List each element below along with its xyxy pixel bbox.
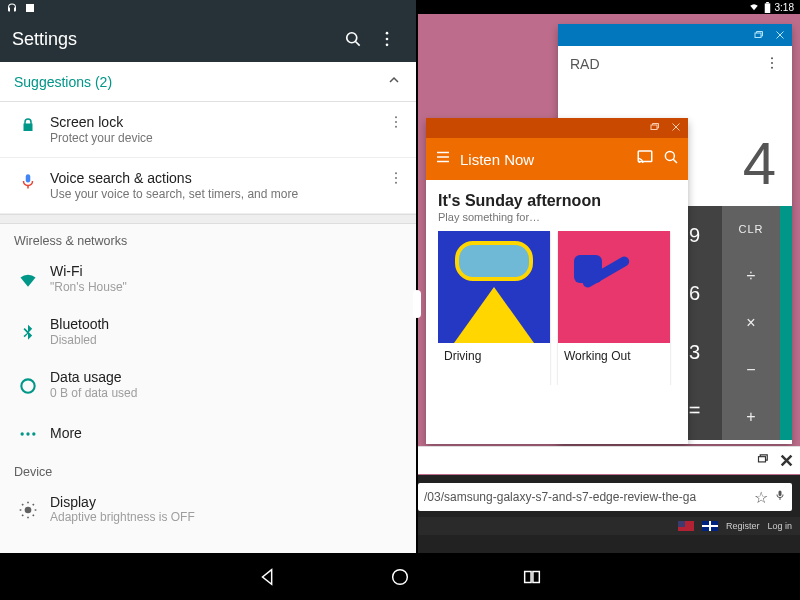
- star-icon[interactable]: ☆: [754, 488, 768, 507]
- svg-point-22: [771, 62, 773, 64]
- music-card-workout[interactable]: Working Out: [558, 231, 670, 385]
- setting-display[interactable]: Display Adaptive brightness is OFF: [0, 483, 416, 534]
- register-link[interactable]: Register: [726, 521, 760, 531]
- flag-uk-icon[interactable]: [702, 521, 718, 531]
- settings-title: Settings: [12, 29, 336, 50]
- svg-point-3: [386, 38, 389, 41]
- wifi-icon: [14, 270, 42, 290]
- wifi-status-icon: [748, 2, 760, 12]
- svg-point-13: [26, 432, 29, 435]
- setting-more[interactable]: More: [0, 411, 416, 455]
- svg-rect-33: [759, 456, 766, 461]
- calc-overflow[interactable]: [764, 55, 780, 74]
- close-icon[interactable]: [774, 29, 786, 41]
- more-vert-icon: [377, 29, 397, 49]
- suggestions-header[interactable]: Suggestions (2): [0, 62, 416, 102]
- right-pane: 3:18 RAD 4 7 8 9 4 5 6: [418, 0, 800, 553]
- svg-point-6: [395, 121, 397, 123]
- left-status-bar: [0, 0, 416, 16]
- more-horiz-icon: [14, 424, 42, 444]
- setting-sub: "Ron's House": [50, 280, 402, 294]
- nav-back[interactable]: [257, 566, 279, 588]
- svg-point-23: [771, 66, 773, 68]
- setting-wifi[interactable]: Wi-Fi "Ron's House": [0, 252, 416, 305]
- bluetooth-icon: [14, 323, 42, 343]
- restore-icon[interactable]: [755, 452, 769, 470]
- search-button[interactable]: [336, 22, 370, 56]
- svg-point-11: [21, 379, 34, 392]
- restore-icon[interactable]: [648, 119, 660, 137]
- suggestion-voice[interactable]: Voice search & actions Use your voice to…: [0, 158, 416, 214]
- flag-us-icon[interactable]: [678, 521, 694, 531]
- freeform-row: ✕: [418, 446, 800, 474]
- hamburger-icon[interactable]: [434, 148, 452, 170]
- music-appbar: Listen Now: [426, 138, 688, 180]
- calc-key-mul[interactable]: ×: [722, 300, 780, 347]
- settings-pane: Settings Suggestions (2) Screen lock Pro…: [0, 0, 416, 553]
- battery-icon: [764, 2, 771, 13]
- svg-point-2: [386, 32, 389, 35]
- login-link[interactable]: Log in: [767, 521, 792, 531]
- calc-key-sub[interactable]: −: [722, 346, 780, 393]
- status-time: 3:18: [775, 2, 794, 13]
- svg-point-12: [21, 432, 24, 435]
- calc-advanced-drawer[interactable]: [780, 206, 792, 440]
- site-bar: Register Log in: [418, 517, 800, 535]
- svg-rect-17: [766, 2, 769, 3]
- svg-rect-18: [755, 33, 761, 38]
- svg-point-21: [771, 57, 773, 59]
- music-sub: Play something for…: [438, 211, 676, 223]
- calc-mode[interactable]: RAD: [570, 56, 600, 72]
- calc-titlebar[interactable]: [558, 24, 792, 46]
- divider-handle[interactable]: [413, 290, 421, 318]
- calc-key-add[interactable]: +: [722, 393, 780, 440]
- music-headline: It's Sunday afternoon: [438, 192, 676, 210]
- cast-icon[interactable]: [636, 148, 654, 170]
- suggestion-overflow[interactable]: [380, 170, 412, 190]
- svg-rect-16: [764, 3, 770, 13]
- music-titlebar[interactable]: [426, 118, 688, 138]
- svg-point-5: [395, 116, 397, 118]
- svg-line-32: [673, 159, 677, 163]
- suggestion-sub: Use your voice to search, set timers, an…: [50, 187, 380, 201]
- split-divider[interactable]: [416, 0, 418, 553]
- url-bar[interactable]: /03/samsung-galaxy-s7-and-s7-edge-review…: [418, 483, 792, 511]
- calc-oppad: CLR ÷ × − +: [722, 206, 780, 440]
- svg-line-1: [356, 42, 360, 46]
- search-icon[interactable]: [662, 148, 680, 170]
- suggestion-title: Voice search & actions: [50, 170, 380, 186]
- svg-point-9: [395, 177, 397, 179]
- restore-icon[interactable]: [752, 29, 764, 41]
- headphones-icon: [6, 2, 18, 14]
- card-label: Working Out: [558, 343, 670, 375]
- suggestion-screen-lock[interactable]: Screen lock Protect your device: [0, 102, 416, 158]
- image-icon: [24, 2, 36, 14]
- wireless-subheader: Wireless & networks: [0, 224, 416, 252]
- setting-bluetooth[interactable]: Bluetooth Disabled: [0, 305, 416, 358]
- setting-sub: 0 B of data used: [50, 386, 402, 400]
- right-status-bar: 3:18: [418, 0, 800, 14]
- mic-icon[interactable]: [774, 488, 786, 506]
- close-icon[interactable]: [670, 119, 682, 137]
- setting-sub: Disabled: [50, 333, 402, 347]
- close-icon[interactable]: ✕: [779, 450, 794, 472]
- suggestion-overflow[interactable]: [380, 114, 412, 134]
- setting-title: Bluetooth: [50, 316, 402, 332]
- svg-point-4: [386, 44, 389, 47]
- calc-mode-row: RAD: [558, 46, 792, 82]
- device-subheader: Device: [0, 455, 416, 483]
- overflow-button[interactable]: [370, 22, 404, 56]
- nav-recents[interactable]: [521, 566, 543, 588]
- setting-title: Data usage: [50, 369, 402, 385]
- suggestions-label: Suggestions (2): [14, 74, 112, 90]
- nav-home[interactable]: [389, 566, 411, 588]
- setting-sub: Adaptive brightness is OFF: [50, 511, 402, 523]
- search-icon: [343, 29, 363, 49]
- music-card-driving[interactable]: Driving: [438, 231, 550, 385]
- calc-key-clr[interactable]: CLR: [722, 206, 780, 253]
- music-window[interactable]: Listen Now It's Sunday afternoon Play so…: [426, 118, 688, 444]
- svg-rect-36: [533, 571, 539, 582]
- calc-key-div[interactable]: ÷: [722, 253, 780, 300]
- setting-datausage[interactable]: Data usage 0 B of data used: [0, 358, 416, 411]
- music-cards[interactable]: Driving Working Out To Bi: [438, 231, 676, 385]
